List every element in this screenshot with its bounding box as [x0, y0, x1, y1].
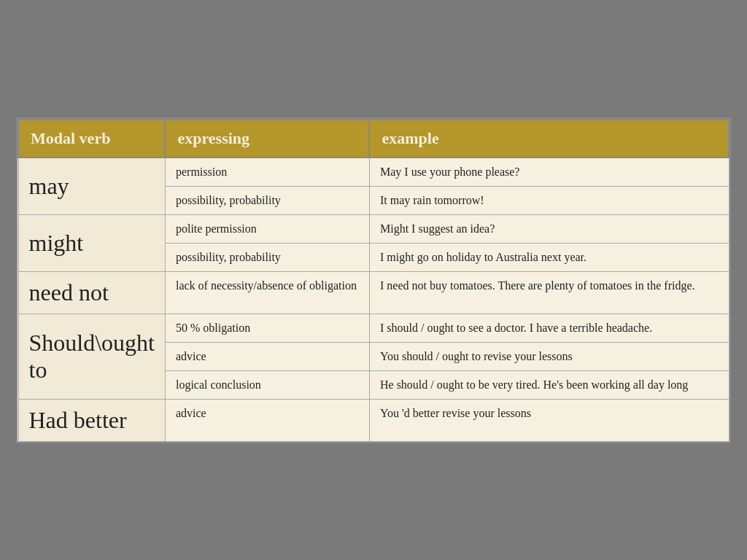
table-row: need notlack of necessity/absence of obl… [18, 271, 729, 314]
header-modal-verb: Modal verb [18, 120, 165, 158]
table-row: Had betteradviceYou 'd better revise you… [18, 399, 729, 441]
modal-verb-cell: may [18, 158, 165, 215]
expressing-cell: advice [165, 399, 369, 441]
expressing-cell: advice [165, 342, 369, 370]
example-cell: It may rain tomorrow! [369, 186, 729, 214]
modal-verbs-table: Modal verb expressing example maypermiss… [18, 119, 729, 442]
table-body: maypermissionMay I use your phone please… [18, 158, 729, 442]
modal-verb-cell: need not [18, 271, 165, 314]
header-row: Modal verb expressing example [18, 120, 729, 158]
table-row: mightpolite permissionMight I suggest an… [18, 214, 729, 243]
modal-verb-cell: might [18, 214, 165, 271]
example-cell: I might go on holiday to Australia next … [369, 243, 729, 271]
expressing-cell: possibility, probability [165, 243, 369, 271]
modal-verb-cell: Had better [18, 399, 165, 441]
example-cell: Might I suggest an idea? [369, 214, 729, 243]
example-cell: He should / ought to be very tired. He's… [369, 370, 729, 399]
example-cell: I need not buy tomatoes. There are plent… [369, 271, 729, 314]
example-cell: I should / ought to see a doctor. I have… [369, 314, 729, 342]
expressing-cell: polite permission [165, 214, 369, 243]
expressing-cell: lack of necessity/absence of obligation [165, 271, 369, 314]
expressing-cell: 50 % obligation [165, 314, 369, 342]
modal-verb-cell: Should\ought to [18, 314, 165, 399]
expressing-cell: possibility, probability [165, 186, 369, 214]
expressing-cell: permission [165, 158, 369, 187]
main-table-container: Modal verb expressing example maypermiss… [16, 117, 731, 443]
header-expressing: expressing [165, 120, 369, 158]
example-cell: May I use your phone please? [369, 158, 729, 187]
header-example: example [369, 120, 729, 158]
expressing-cell: logical conclusion [165, 370, 369, 399]
table-row: Should\ought to50 % obligationI should /… [18, 314, 729, 342]
table-row: maypermissionMay I use your phone please… [18, 158, 729, 187]
example-cell: You 'd better revise your lessons [369, 399, 729, 441]
example-cell: You should / ought to revise your lesson… [369, 342, 729, 370]
